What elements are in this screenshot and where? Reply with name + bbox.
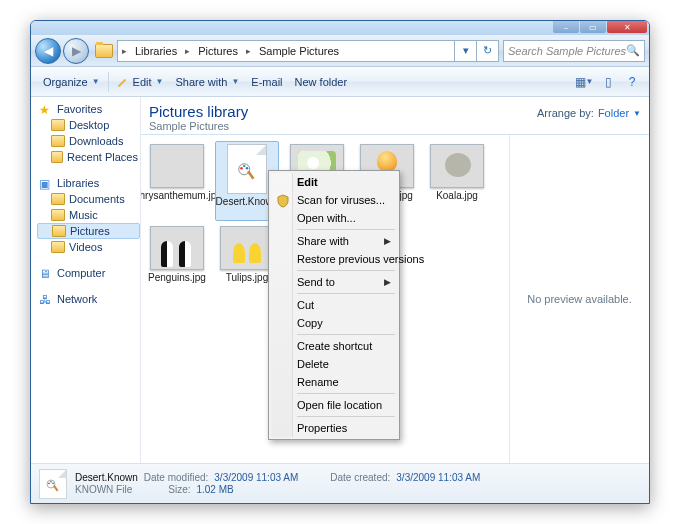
search-input[interactable]: Search Sample Pictures 🔍 xyxy=(503,40,645,62)
file-label: Koala.jpg xyxy=(436,190,478,212)
titlebar: – ▭ ✕ xyxy=(31,21,649,35)
share-with-button[interactable]: Share with▼ xyxy=(169,73,245,91)
context-item[interactable]: Properties xyxy=(271,419,397,437)
context-item[interactable]: Delete xyxy=(271,355,397,373)
library-subtitle: Sample Pictures xyxy=(149,120,248,132)
minimize-button[interactable]: – xyxy=(553,21,579,33)
breadcrumb-dropdown[interactable]: ▾ xyxy=(455,40,477,62)
context-item[interactable]: Restore previous versions xyxy=(271,250,397,268)
folder-icon xyxy=(51,135,65,147)
file-label: Tulips.jpg xyxy=(226,272,268,294)
file-item[interactable]: Penguins.jpg xyxy=(145,223,209,297)
context-item[interactable]: Copy xyxy=(271,314,397,332)
search-icon: 🔍 xyxy=(626,44,640,57)
maximize-button[interactable]: ▭ xyxy=(580,21,606,33)
help-button[interactable]: ? xyxy=(621,72,643,92)
libraries-icon: ▣ xyxy=(39,177,53,189)
submenu-arrow-icon: ▶ xyxy=(384,277,391,287)
svg-rect-9 xyxy=(53,484,58,491)
sidebar-item-downloads[interactable]: Downloads xyxy=(37,133,140,149)
preview-pane-button[interactable]: ▯ xyxy=(597,72,619,92)
status-filename: Desert.Known xyxy=(75,472,138,483)
context-item[interactable]: Create shortcut xyxy=(271,337,397,355)
sidebar-network[interactable]: 🖧Network xyxy=(37,291,140,307)
context-item[interactable]: Send to▶ xyxy=(271,273,397,291)
toolbar: Organize▼ Edit▼ Share with▼ E-mail New f… xyxy=(31,67,649,97)
file-item[interactable]: Koala.jpg xyxy=(425,141,489,221)
sidebar-item-documents[interactable]: Documents xyxy=(37,191,140,207)
folder-icon xyxy=(51,151,63,163)
sidebar-favorites[interactable]: ★Favorites xyxy=(37,101,140,117)
folder-icon xyxy=(51,193,65,205)
svg-point-8 xyxy=(52,482,54,484)
folder-icon xyxy=(95,44,113,58)
edit-icon xyxy=(117,76,129,88)
file-icon xyxy=(227,144,267,194)
navbar: ◀ ▶ ▸ Libraries ▸ Pictures ▸ Sample Pict… xyxy=(31,35,649,67)
forward-button[interactable]: ▶ xyxy=(63,38,89,64)
breadcrumb-item[interactable]: Sample Pictures xyxy=(255,45,343,57)
context-item[interactable]: Share with▶ xyxy=(271,232,397,250)
library-title: Pictures library xyxy=(149,103,248,120)
status-filetype: KNOWN File xyxy=(75,484,132,495)
breadcrumb-item[interactable]: Libraries xyxy=(131,45,181,57)
chevron-down-icon: ▼ xyxy=(633,109,641,118)
file-label: Penguins.jpg xyxy=(148,272,206,294)
svg-rect-4 xyxy=(247,170,255,179)
folder-icon xyxy=(52,225,66,237)
search-placeholder: Search Sample Pictures xyxy=(508,45,626,57)
context-item[interactable]: Scan for viruses... xyxy=(271,191,397,209)
thumbnail xyxy=(430,144,484,188)
svg-point-2 xyxy=(243,165,246,168)
star-icon: ★ xyxy=(39,103,53,115)
submenu-arrow-icon: ▶ xyxy=(384,236,391,246)
sidebar-libraries[interactable]: ▣Libraries xyxy=(37,175,140,191)
computer-icon: 🖥 xyxy=(39,267,53,279)
context-item[interactable]: Open with... xyxy=(271,209,397,227)
context-item[interactable]: Cut xyxy=(271,296,397,314)
details-pane: Desert.Known Date modified: 3/3/2009 11:… xyxy=(31,463,649,503)
shield-icon xyxy=(276,194,290,208)
refresh-button[interactable]: ↻ xyxy=(477,40,499,62)
network-icon: 🖧 xyxy=(39,293,53,305)
sidebar-item-desktop[interactable]: Desktop xyxy=(37,117,140,133)
sidebar: ★Favorites Desktop Downloads Recent Plac… xyxy=(31,97,141,463)
context-item[interactable]: Rename xyxy=(271,373,397,391)
thumbnail xyxy=(150,226,204,270)
file-label: Chrysanthemum.jpg xyxy=(141,190,222,212)
content-header: Pictures library Sample Pictures Arrange… xyxy=(141,97,649,135)
sidebar-computer[interactable]: 🖥Computer xyxy=(37,265,140,281)
svg-point-6 xyxy=(48,482,50,484)
back-button[interactable]: ◀ xyxy=(35,38,61,64)
email-button[interactable]: E-mail xyxy=(245,73,288,91)
context-menu: EditScan for viruses...Open with...Share… xyxy=(268,170,400,440)
breadcrumb-item[interactable]: Pictures xyxy=(194,45,242,57)
new-folder-button[interactable]: New folder xyxy=(289,73,354,91)
svg-point-7 xyxy=(50,480,52,482)
context-item[interactable]: Open file location xyxy=(271,396,397,414)
file-item[interactable]: Chrysanthemum.jpg xyxy=(145,141,209,221)
edit-button[interactable]: Edit▼ xyxy=(111,73,170,91)
preview-pane: No preview available. xyxy=(509,135,649,463)
svg-point-1 xyxy=(240,167,243,170)
organize-button[interactable]: Organize▼ xyxy=(37,73,106,91)
thumbnail xyxy=(220,226,274,270)
breadcrumb[interactable]: ▸ Libraries ▸ Pictures ▸ Sample Pictures xyxy=(117,40,455,62)
close-button[interactable]: ✕ xyxy=(607,21,647,33)
folder-icon xyxy=(51,241,65,253)
thumbnail xyxy=(150,144,204,188)
sidebar-item-music[interactable]: Music xyxy=(37,207,140,223)
file-type-icon xyxy=(39,469,67,499)
folder-icon xyxy=(51,119,65,131)
folder-icon xyxy=(51,209,65,221)
context-item[interactable]: Edit xyxy=(271,173,397,191)
view-button[interactable]: ▦▼ xyxy=(573,72,595,92)
sidebar-item-videos[interactable]: Videos xyxy=(37,239,140,255)
arrange-by[interactable]: Arrange by: Folder ▼ xyxy=(537,103,641,119)
svg-point-3 xyxy=(246,167,249,170)
sidebar-item-recent-places[interactable]: Recent Places xyxy=(37,149,140,165)
sidebar-item-pictures[interactable]: Pictures xyxy=(37,223,140,239)
